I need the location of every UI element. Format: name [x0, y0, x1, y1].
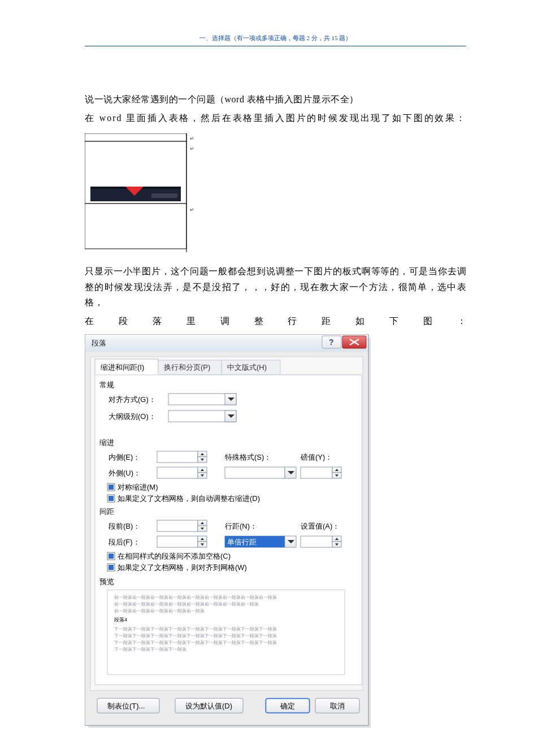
special-value-spinner[interactable]	[301, 467, 341, 478]
line-spacing-label: 行距(N)：	[225, 522, 257, 530]
svg-rect-61	[108, 554, 114, 559]
preview-next-line: 下一段落下一段落下一段落下一段落下一段落下一段落下一段落下一段落下一段落	[114, 627, 277, 632]
svg-text:中文版式(H): 中文版式(H)	[227, 363, 267, 371]
line-spacing-combo[interactable]: 单倍行距	[225, 536, 296, 547]
preview-prev-line: 前一段落前一段落前一段落前一段落前一段落	[114, 608, 205, 614]
close-button[interactable]	[342, 336, 366, 348]
mirror-indent-label: 对称缩进(M)	[118, 483, 158, 491]
svg-rect-40	[301, 467, 332, 478]
alignment-combo[interactable]	[168, 394, 236, 405]
grid-indent-checkbox[interactable]	[107, 495, 115, 502]
svg-rect-63	[108, 565, 114, 570]
svg-text:↵: ↵	[190, 136, 194, 141]
outside-indent-spinner[interactable]	[157, 467, 207, 478]
figure-word-table-example: ↵ ↵ ↵	[85, 133, 466, 252]
outline-level-combo[interactable]	[168, 411, 236, 422]
tabs-button[interactable]: 制表位(T)...	[97, 698, 159, 713]
snap-to-grid-label: 如果定义了文档网格，则对齐到网格(W)	[118, 563, 247, 572]
svg-rect-2	[85, 204, 186, 249]
svg-rect-57	[301, 536, 332, 547]
svg-text:制表位(T)...: 制表位(T)...	[107, 702, 145, 710]
space-after-label: 段后(F)：	[108, 538, 140, 546]
outline-level-label: 大纲级别(O)：	[108, 412, 156, 421]
svg-rect-35	[157, 467, 198, 478]
paragraph-4: 在段落里调整行距如下图：	[85, 313, 466, 329]
cancel-button[interactable]: 取消	[315, 698, 359, 713]
tab-line-page-breaks[interactable]: 换行和分页(P)	[158, 360, 222, 375]
svg-rect-38	[225, 467, 285, 478]
svg-text:缩进和间距(I): 缩进和间距(I)	[101, 363, 144, 371]
no-space-same-style-label: 在相同样式的段落间不添加空格(C)	[118, 552, 231, 560]
ok-button[interactable]: 确定	[266, 698, 310, 713]
outside-indent-label: 外侧(U)：	[108, 469, 141, 477]
special-format-label: 特殊格式(S)：	[225, 453, 271, 461]
tab-asian-typography[interactable]: 中文版式(H)	[222, 360, 280, 375]
special-format-combo[interactable]	[225, 467, 296, 478]
page-header: 一、选择题（有一项或多项正确，每题 2 分，共 15 题）	[85, 34, 466, 46]
svg-rect-46	[108, 496, 114, 501]
svg-text:取消: 取消	[330, 702, 345, 710]
paragraph-2: 在 word 里面插入表格，然后在表格里插入图片的时候发现出现了如下图的效果：	[85, 110, 466, 126]
svg-rect-50	[157, 536, 198, 547]
svg-rect-10	[151, 193, 177, 198]
section-indent-label: 缩进	[99, 438, 114, 447]
grid-indent-label: 如果定义了文档网格，则自动调整右缩进(D)	[118, 494, 260, 503]
preview-prev-line: 前一段落前一段落前一段落前一段落前一段落前一段落前一段落前一段落前一段落	[114, 595, 277, 600]
preview-next-line: 下一段落下一段落下一段落下一段落下一段落下一段落下一段落下一段落下一段落	[114, 640, 277, 645]
help-button[interactable]: ?	[322, 336, 341, 348]
set-default-button[interactable]: 设为默认值(D)	[175, 698, 243, 713]
no-space-same-style-checkbox[interactable]	[107, 552, 115, 560]
preview-prev-line: 前一段落前一段落前一段落前一段落前一段落前一段落前一段落前一段落	[114, 602, 259, 607]
set-at-spinner[interactable]	[301, 536, 341, 547]
svg-text:↵: ↵	[190, 207, 194, 213]
alignment-label: 对齐方式(G)：	[108, 395, 156, 404]
preview-next-line: 下一段落下一段落下一段落下一段落下一段落下一段落下一段落下一段落下一段落	[114, 633, 277, 638]
snap-to-grid-checkbox[interactable]	[107, 564, 115, 571]
preview-section-label: 预览	[99, 577, 114, 586]
space-before-label: 段前(B)：	[108, 522, 140, 530]
set-at-label: 设置值(A)：	[301, 522, 340, 530]
dialog-title: 段落	[92, 339, 106, 347]
space-after-spinner[interactable]	[157, 536, 207, 547]
section-spacing-label: 间距	[99, 507, 114, 516]
preview-next-line: 下一段落下一段落下一段落下一段落	[114, 647, 186, 652]
space-before-spinner[interactable]	[157, 520, 207, 532]
paragraph-3: 只显示一小半图片，这个问题一般都会想到说调整一下图片的板式啊等等的，可是当你去调…	[85, 263, 466, 310]
svg-rect-32	[157, 451, 198, 463]
preview-sample-text: 段落4	[114, 617, 127, 623]
svg-text:设为默认值(D): 设为默认值(D)	[185, 702, 232, 710]
special-value-label: 磅值(Y)：	[300, 453, 332, 461]
svg-text:换行和分页(P): 换行和分页(P)	[164, 363, 210, 371]
svg-rect-0	[85, 133, 186, 141]
mirror-indent-checkbox[interactable]	[107, 483, 115, 491]
svg-text:↵: ↵	[190, 146, 194, 152]
tab-indent-spacing[interactable]: 缩进和间距(I)	[95, 359, 158, 375]
svg-text:单倍行距: 单倍行距	[227, 538, 257, 546]
inside-indent-label: 内侧(E)：	[108, 453, 140, 461]
svg-rect-44	[108, 485, 114, 490]
svg-text:?: ?	[329, 338, 334, 347]
svg-text:确定: 确定	[280, 702, 295, 710]
figure-paragraph-dialog: 段落 ? 缩进和间距(I)	[85, 334, 466, 730]
svg-rect-47	[157, 520, 198, 532]
section-general-label: 常规	[99, 381, 114, 389]
paragraph-1: 说一说大家经常遇到的一个问题（word 表格中插入图片显示不全）	[85, 92, 466, 107]
inside-indent-spinner[interactable]	[157, 451, 207, 463]
